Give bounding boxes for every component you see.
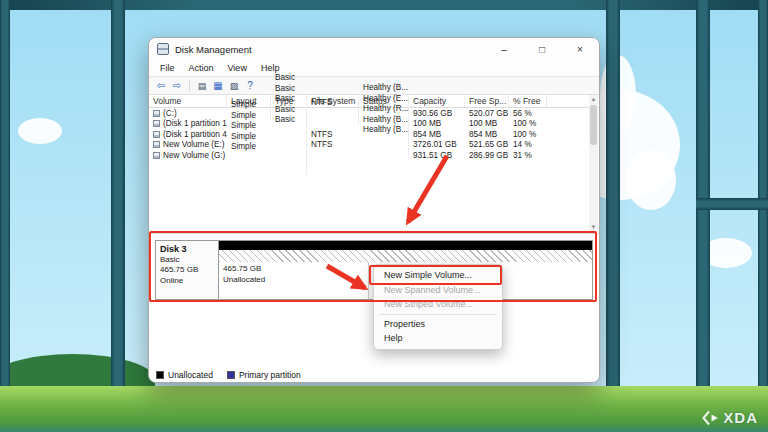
disk-info-panel[interactable]: Disk 3 Basic 465.75 GB Online — [155, 240, 219, 300]
table-cell: 930.56 GB — [409, 109, 465, 118]
back-arrow-icon[interactable]: ⇦ — [154, 79, 168, 93]
disk-type: Basic — [160, 255, 214, 266]
table-cell: New Volume (E:) — [149, 140, 227, 149]
table-cell: 521.65 GB — [465, 140, 509, 149]
toolbar-separator — [189, 80, 190, 92]
window-frame-bar — [111, 0, 125, 406]
scroll-up-icon[interactable]: ▲ — [589, 95, 598, 104]
legend-label: Primary partition — [239, 370, 301, 380]
table-cell: 3726.01 GB — [409, 140, 465, 149]
table-cell: 854 MB — [409, 130, 465, 139]
legend-item: Unallocated — [156, 370, 213, 380]
disk-status: Online — [160, 276, 214, 287]
legend-item: Primary partition — [227, 370, 301, 380]
table-cell: Healthy (B... — [359, 125, 409, 185]
disk-name: Disk 3 — [160, 244, 214, 255]
window-frame-bar — [606, 0, 620, 402]
unallocated-strip — [219, 241, 592, 250]
table-cell: Basic — [271, 115, 307, 195]
region-size: 465.75 GB — [223, 264, 364, 275]
maximize-button[interactable]: □ — [523, 38, 561, 60]
legend-swatch — [227, 371, 235, 379]
table-cell: 854 MB — [465, 130, 509, 139]
grass — [0, 386, 768, 432]
table-cell: 31 % — [509, 151, 547, 160]
help-doc-icon[interactable]: ▦ — [211, 79, 225, 93]
column-header[interactable]: Capacity — [409, 95, 465, 107]
table-cell: 100 MB — [409, 119, 465, 128]
table-cell: 286.99 GB — [465, 151, 509, 160]
menu-view[interactable]: View — [221, 60, 254, 76]
table-cell: 100 MB — [465, 119, 509, 128]
column-header[interactable]: Free Sp... — [465, 95, 509, 107]
menu-bar: FileActionViewHelp — [149, 60, 599, 76]
volume-icon — [153, 152, 160, 159]
menu-item-new-simple-volume[interactable]: New Simple Volume... — [374, 268, 502, 283]
cloud — [18, 118, 62, 144]
table-cell: (Disk 1 partition 4) — [149, 130, 227, 139]
legend: UnallocatedPrimary partition — [149, 367, 599, 382]
menu-item-new-spanned-volume: New Spanned Volume... — [374, 283, 502, 298]
table-cell: 520.07 GB — [465, 109, 509, 118]
unallocated-hatch — [219, 250, 592, 262]
volume-icon — [153, 131, 160, 138]
legend-swatch — [156, 371, 164, 379]
scroll-down-icon[interactable]: ▼ — [589, 223, 598, 232]
xda-watermark: XDA — [702, 409, 758, 426]
legend-label: Unallocated — [168, 370, 213, 380]
volume-table-body: (C:)SimpleBasicNTFSHealthy (B...930.56 G… — [149, 108, 599, 161]
title-bar[interactable]: Disk Management – □ × — [149, 38, 599, 60]
table-cell: NTFS — [307, 140, 359, 170]
column-header[interactable]: Volume — [149, 95, 227, 107]
cloud — [626, 150, 676, 210]
menu-file[interactable]: File — [153, 60, 182, 76]
window-frame-bar — [0, 0, 10, 400]
help-icon[interactable]: ? — [243, 79, 257, 93]
xda-logo-icon — [702, 410, 720, 426]
menu-separator — [379, 314, 497, 315]
disk-management-icon — [157, 43, 169, 55]
volume-icon — [153, 141, 160, 148]
region-label: Unallocated — [223, 275, 364, 286]
table-cell: Simple — [227, 142, 271, 168]
forward-arrow-icon[interactable]: ⇨ — [170, 79, 184, 93]
table-row[interactable]: New Volume (G:)SimpleBasicNTFSHealthy (B… — [149, 150, 599, 161]
table-cell: 14 % — [509, 140, 547, 149]
table-cell: 100 % — [509, 130, 547, 139]
properties-icon[interactable]: ▨ — [227, 79, 241, 93]
volume-icon — [153, 120, 160, 127]
close-button[interactable]: × — [561, 38, 599, 60]
menu-item-properties[interactable]: Properties — [374, 317, 502, 332]
table-cell: (C:) — [149, 109, 227, 118]
window-frame-bar — [696, 198, 768, 210]
scrollbar[interactable]: ▲ ▼ — [589, 95, 598, 232]
table-cell: 100 % — [509, 119, 547, 128]
disk-size: 465.75 GB — [160, 265, 214, 276]
table-cell: 931.51 GB — [409, 151, 465, 160]
minimize-button[interactable]: – — [485, 38, 523, 60]
table-cell: New Volume (G:) — [149, 151, 227, 160]
menu-item-help[interactable]: Help — [374, 331, 502, 346]
scrollbar-thumb[interactable] — [590, 105, 597, 145]
volume-icon — [153, 110, 160, 117]
context-menu: New Simple Volume...New Spanned Volume..… — [373, 264, 503, 350]
column-header[interactable]: % Free — [509, 95, 547, 107]
volume-list: VolumeLayoutTypeFile SystemStatusCapacit… — [149, 95, 599, 233]
window-title: Disk Management — [175, 44, 485, 55]
region-label-box: 465.75 GB Unallocated — [219, 262, 369, 299]
menu-item-new-striped-volume: New Striped Volume... — [374, 297, 502, 312]
table-cell: 56 % — [509, 109, 547, 118]
menu-action[interactable]: Action — [182, 60, 221, 76]
console-tree-icon[interactable]: ▤ — [195, 79, 209, 93]
xda-watermark-text: XDA — [723, 409, 758, 426]
table-cell: (Disk 1 partition 1) — [149, 119, 227, 128]
